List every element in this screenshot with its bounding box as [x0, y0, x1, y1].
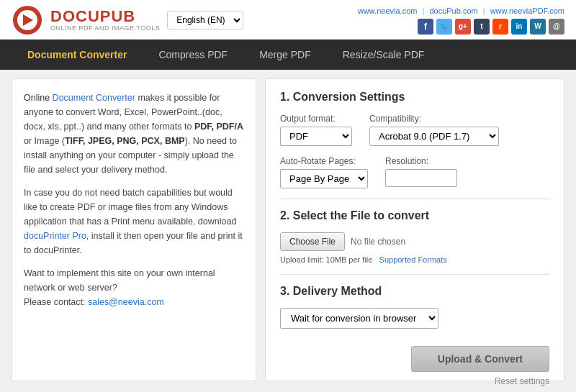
docupub-link[interactable]: docuPub.com	[429, 6, 477, 15]
logo-subtitle: ONLINE PDF AND IMAGE TOOLS	[50, 24, 160, 32]
nav-resize-scale-pdf[interactable]: Resize/Scale PDF	[327, 40, 441, 70]
convert-section: Upload & Convert Reset settings	[280, 346, 549, 386]
auto-rotate-group: Auto-Rotate Pages: Page By Page All Page…	[280, 156, 368, 188]
top-links: www.neevia.com | docuPub.com | www.neevi…	[358, 6, 564, 15]
googleplus-icon[interactable]: g+	[455, 19, 471, 35]
main-content: Online Document Converter makes it possi…	[0, 70, 576, 390]
reddit-icon[interactable]: r	[492, 19, 508, 35]
conversion-settings-row2: Auto-Rotate Pages: Page By Page All Page…	[280, 156, 549, 188]
logo-suffix: PUB	[100, 7, 135, 25]
doc-converter-link[interactable]: Document Converter	[53, 93, 135, 103]
reset-settings-link[interactable]: Reset settings	[495, 376, 549, 386]
language-select[interactable]: English (EN)	[167, 11, 243, 29]
neevia-link[interactable]: www.neevia.com	[358, 6, 418, 15]
compatibility-label: Compatibility:	[369, 114, 499, 124]
nav-compress-pdf[interactable]: Compress PDF	[143, 40, 243, 70]
output-format-label: Output format:	[280, 114, 352, 124]
upload-convert-button[interactable]: Upload & Convert	[411, 346, 549, 372]
nav-bar: Document Converter Compress PDF Merge PD…	[0, 40, 576, 70]
logo-title: DOCUPUB	[50, 9, 160, 24]
tumblr-icon[interactable]: t	[474, 19, 490, 35]
intro-para3: Want to implement this site on your own …	[24, 266, 244, 309]
conversion-settings-row1: Output format: PDF PDF/A TIFF JPEG PNG P…	[280, 114, 549, 146]
delivery-method-wrap: Wait for conversion in browser Send emai…	[280, 308, 549, 329]
left-panel: Online Document Converter makes it possi…	[12, 78, 256, 381]
auto-rotate-select[interactable]: Page By Page All Pages None	[280, 169, 368, 188]
contact-email-link[interactable]: sales@neevia.com	[88, 297, 164, 307]
upload-info: Upload limit: 10MB per file Supported Fo…	[280, 255, 549, 264]
wordpress-icon[interactable]: W	[530, 19, 546, 35]
linkedin-icon[interactable]: in	[511, 19, 527, 35]
social-icons: f 🐦 g+ t r in W @	[418, 19, 564, 35]
docuprinter-link[interactable]: docuPrinter Pro	[24, 231, 86, 241]
divider2	[280, 274, 549, 275]
choose-file-button[interactable]: Choose File	[280, 232, 345, 251]
intro-para1: Online Document Converter makes it possi…	[24, 91, 244, 177]
output-format-select[interactable]: PDF PDF/A TIFF JPEG PNG PCX BMP	[280, 127, 352, 146]
facebook-icon[interactable]: f	[418, 19, 433, 35]
auto-rotate-label: Auto-Rotate Pages:	[280, 156, 368, 166]
section2-title: 2. Select the File to convert	[280, 209, 549, 222]
resolution-input[interactable]: 300	[385, 169, 457, 187]
upload-limit-text: Upload limit: 10MB per file	[280, 255, 372, 264]
nav-merge-pdf[interactable]: Merge PDF	[243, 40, 327, 70]
logo-icon	[12, 4, 43, 36]
delivery-method-select[interactable]: Wait for conversion in browser Send emai…	[280, 308, 438, 329]
resolution-group: Resolution: 300	[385, 156, 457, 188]
email-icon[interactable]: @	[549, 19, 564, 35]
intro-para2: In case you do not need batch capabiliti…	[24, 186, 244, 257]
twitter-icon[interactable]: 🐦	[436, 19, 452, 35]
divider1	[280, 199, 549, 199]
logo-prefix: DOCU	[50, 7, 100, 25]
logo-text: DOCUPUB ONLINE PDF AND IMAGE TOOLS	[50, 9, 160, 32]
neeviapdf-link[interactable]: www.neeviaPDF.com	[490, 6, 564, 15]
right-panel: 1. Conversion Settings Output format: PD…	[265, 78, 564, 381]
resolution-label: Resolution:	[385, 156, 457, 166]
logo-area: DOCUPUB ONLINE PDF AND IMAGE TOOLS Engli…	[12, 4, 243, 36]
compatibility-group: Compatibility: Acrobat 9.0 (PDF 1.7) Acr…	[369, 114, 499, 146]
nav-document-converter[interactable]: Document Converter	[12, 40, 143, 70]
supported-formats-link[interactable]: Supported Formats	[379, 255, 447, 264]
file-row: Choose File No file chosen	[280, 232, 549, 251]
output-format-group: Output format: PDF PDF/A TIFF JPEG PNG P…	[280, 114, 352, 146]
section1-title: 1. Conversion Settings	[280, 91, 549, 104]
compatibility-select[interactable]: Acrobat 9.0 (PDF 1.7) Acrobat 8.0 (PDF 1…	[369, 127, 499, 146]
top-right: www.neevia.com | docuPub.com | www.neevi…	[358, 6, 564, 35]
top-bar: DOCUPUB ONLINE PDF AND IMAGE TOOLS Engli…	[0, 0, 576, 40]
section3-title: 3. Delivery Method	[280, 285, 549, 298]
file-name-display: No file chosen	[351, 237, 405, 247]
